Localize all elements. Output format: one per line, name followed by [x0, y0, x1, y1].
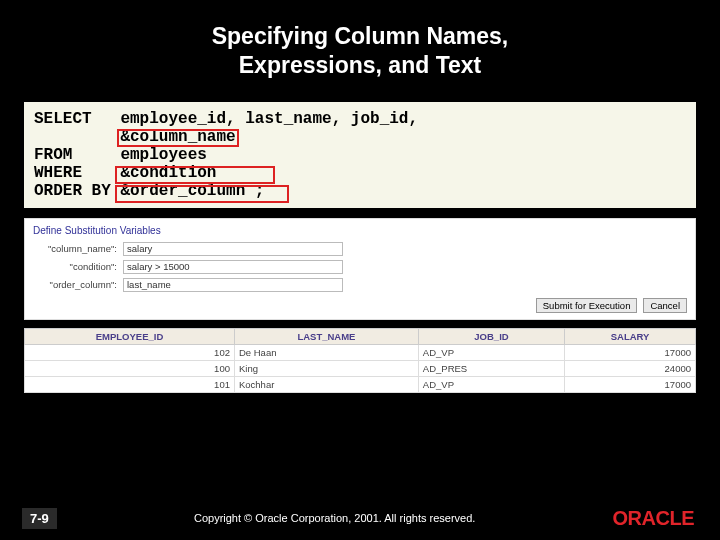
footer: 7-9 Copyright © Oracle Corporation, 2001…: [0, 496, 720, 540]
copyright-text: Copyright © Oracle Corporation, 2001. Al…: [57, 512, 613, 524]
results-panel: EMPLOYEE_ID LAST_NAME JOB_ID SALARY 102 …: [24, 328, 696, 393]
field-row: "column_name":: [33, 242, 687, 256]
condition-input[interactable]: [123, 260, 343, 274]
title-line: Expressions, and Text: [239, 52, 481, 78]
column-name-input[interactable]: [123, 242, 343, 256]
sql-code-block: SELECT employee_id, last_name, job_id, &…: [24, 102, 696, 208]
sql-line: ORDER BY &order_column ;: [34, 182, 686, 200]
field-row: "order_column":: [33, 278, 687, 292]
cancel-button[interactable]: Cancel: [643, 298, 687, 313]
panel-heading: Define Substitution Variables: [33, 225, 687, 236]
cell-emp-id: 102: [25, 344, 235, 360]
cell-lastname: De Haan: [234, 344, 418, 360]
cell-jobid: AD_PRES: [418, 360, 564, 376]
table-row: 101 Kochhar AD_VP 17000: [25, 376, 696, 392]
substitution-fields: "column_name": "condition": "order_colum…: [33, 242, 687, 292]
cell-emp-id: 101: [25, 376, 235, 392]
col-header: JOB_ID: [418, 328, 564, 344]
slide-number: 7-9: [22, 508, 57, 529]
field-label: "order_column":: [33, 279, 123, 290]
cell-lastname: Kochhar: [234, 376, 418, 392]
table-row: 100 King AD_PRES 24000: [25, 360, 696, 376]
cell-emp-id: 100: [25, 360, 235, 376]
cell-jobid: AD_VP: [418, 376, 564, 392]
oracle-logo: ORACLE: [613, 507, 694, 530]
table-row: 102 De Haan AD_VP 17000: [25, 344, 696, 360]
submit-button[interactable]: Submit for Execution: [536, 298, 638, 313]
cell-salary: 17000: [565, 376, 696, 392]
field-row: "condition":: [33, 260, 687, 274]
title-line: Specifying Column Names,: [212, 23, 509, 49]
substitution-vars-panel: Define Substitution Variables "column_na…: [24, 218, 696, 320]
sql-line: SELECT employee_id, last_name, job_id,: [34, 110, 686, 128]
cell-salary: 17000: [565, 344, 696, 360]
cell-salary: 24000: [565, 360, 696, 376]
table-header-row: EMPLOYEE_ID LAST_NAME JOB_ID SALARY: [25, 328, 696, 344]
col-header: EMPLOYEE_ID: [25, 328, 235, 344]
col-header: SALARY: [565, 328, 696, 344]
field-label: "condition":: [33, 261, 123, 272]
slide-title: Specifying Column Names, Expressions, an…: [0, 0, 720, 80]
order-column-input[interactable]: [123, 278, 343, 292]
slide: Specifying Column Names, Expressions, an…: [0, 0, 720, 540]
sql-line: &column_name: [34, 128, 686, 146]
col-header: LAST_NAME: [234, 328, 418, 344]
cell-jobid: AD_VP: [418, 344, 564, 360]
results-table: EMPLOYEE_ID LAST_NAME JOB_ID SALARY 102 …: [24, 328, 696, 393]
sql-line: FROM employees: [34, 146, 686, 164]
field-label: "column_name":: [33, 243, 123, 254]
button-row: Submit for Execution Cancel: [33, 298, 687, 313]
sql-line: WHERE &condition: [34, 164, 686, 182]
cell-lastname: King: [234, 360, 418, 376]
